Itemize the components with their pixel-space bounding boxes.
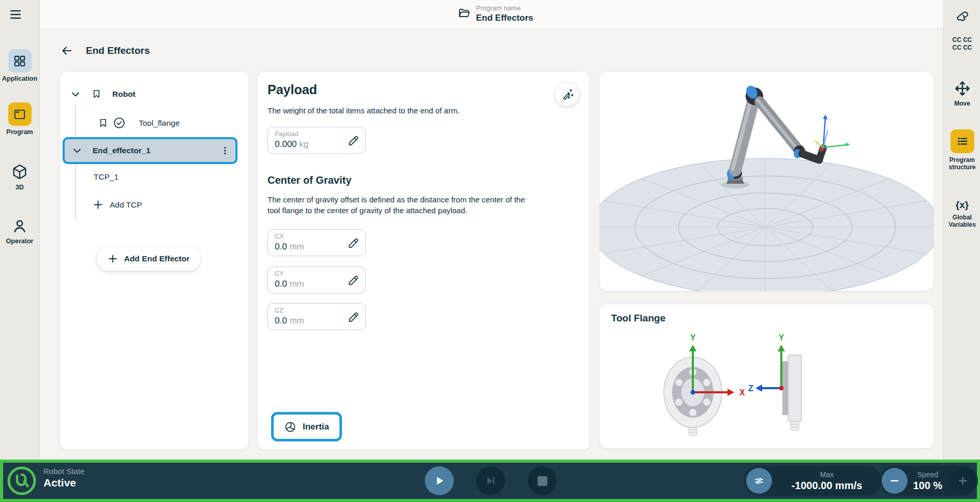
cog-cz-field[interactable]: CZ 0.0 mm <box>268 303 366 330</box>
axis-x-label: X <box>739 388 745 397</box>
cc-status-line2: CC CC <box>953 44 972 52</box>
sidebar-item-operator[interactable]: Operator <box>0 217 39 245</box>
program-name: End Effectors <box>476 13 533 23</box>
speed-increase-button[interactable] <box>950 468 976 494</box>
right-sidebar: CC CC CC CC Move Program structure {x} G… <box>943 0 980 502</box>
tree-node-tcp[interactable]: TCP_1 <box>94 172 118 182</box>
sidebar-item-label: Global Variables <box>947 214 978 228</box>
sidebar-item-program-structure[interactable]: Program structure <box>944 129 980 171</box>
speed-settings-button[interactable] <box>746 468 772 494</box>
program-structure-list-icon <box>951 129 974 153</box>
cog-description: The center of gravity offset is defined … <box>268 194 529 216</box>
cog-cx-field[interactable]: CX 0.0 mm <box>268 229 366 256</box>
kebab-menu-icon[interactable] <box>220 145 230 156</box>
robot-state-value: Active <box>43 477 84 489</box>
plus-icon <box>957 475 969 486</box>
axis-z-label: Z <box>748 384 753 393</box>
speed-pill: Speed 100 % <box>880 466 978 496</box>
variables-icon: {x} <box>956 199 969 211</box>
cog-cy-field[interactable]: CY 0.0 mm <box>268 267 366 293</box>
bottom-control-bar: Robot State Active Max -1000.00 mm/s <box>0 460 980 502</box>
stop-button[interactable] <box>528 466 557 495</box>
field-value: 0.0 <box>275 242 287 252</box>
sidebar-item-3d[interactable]: 3D <box>0 163 39 191</box>
field-unit: mm <box>289 279 304 289</box>
page-title: End Effectors <box>86 45 150 56</box>
field-label: CZ <box>275 307 284 314</box>
tree-node-end-effector-selected[interactable]: End_effector_1 <box>63 137 237 164</box>
add-end-effector-label: Add End Effector <box>124 254 190 263</box>
stop-icon <box>538 476 547 486</box>
edit-pencil-icon[interactable] <box>347 134 360 147</box>
speed-decrease-button[interactable] <box>882 468 908 494</box>
add-tcp-button[interactable]: Add TCP <box>93 199 142 210</box>
speed-display[interactable]: Speed 100 % <box>908 471 948 491</box>
tool-flange-side-diagram: Y Z <box>747 331 814 440</box>
ur-logo <box>6 465 37 496</box>
sidebar-item-application[interactable]: Application <box>0 49 39 82</box>
sidebar-item-program[interactable]: Program <box>0 102 39 136</box>
add-end-effector-button[interactable]: Add End Effector <box>97 247 200 271</box>
sidebar-item-move[interactable]: Move <box>944 80 980 107</box>
sidebar-item-label: Operator <box>6 238 34 245</box>
skip-next-button[interactable] <box>476 466 505 495</box>
edit-pencil-icon[interactable] <box>347 311 360 323</box>
back-arrow-icon <box>60 45 73 57</box>
chevron-down-icon[interactable] <box>72 145 82 156</box>
speed-label: Speed <box>908 471 948 478</box>
minus-icon <box>889 475 900 486</box>
menu-icon[interactable] <box>8 8 23 21</box>
sidebar-item-label: Move <box>954 100 970 107</box>
freedrive-hand-button[interactable] <box>944 8 980 25</box>
program-name-block[interactable]: Program name End Effectors <box>457 4 533 23</box>
max-speed-pill: Max -1000.00 mm/s <box>744 466 882 496</box>
tree-node-label: TCP_1 <box>94 172 118 182</box>
edit-pencil-icon[interactable] <box>347 274 360 287</box>
payload-description: The weight of the total items attached t… <box>268 106 459 115</box>
field-label: Payload <box>275 130 298 138</box>
plus-icon <box>108 254 118 264</box>
left-sidebar: Application Program 3D Operator <box>0 0 40 502</box>
folder-icon <box>457 7 471 20</box>
robot-3d-viewport[interactable] <box>600 72 933 291</box>
payload-panel: Payload The weight of the total items at… <box>258 72 589 450</box>
field-label: CY <box>275 270 284 277</box>
cc-status-line1: CC CC <box>953 36 972 44</box>
payload-field[interactable]: Payload 0.000 kg <box>268 127 366 154</box>
axis-y-label: Y <box>779 333 784 342</box>
robot-state-block[interactable]: Robot State Active <box>43 467 84 489</box>
cc-status: CC CC CC CC <box>944 36 980 52</box>
play-button[interactable] <box>425 466 454 495</box>
inertia-button[interactable]: Inertia <box>271 412 342 441</box>
back-button[interactable] <box>60 45 73 57</box>
tree-node-label: End_effector_1 <box>93 146 220 155</box>
payload-wizard-button[interactable] <box>555 82 579 106</box>
sidebar-item-global-variables[interactable]: {x} Global Variables <box>944 199 980 228</box>
chevron-down-icon[interactable] <box>70 89 81 99</box>
inertia-swirl-icon <box>284 421 296 433</box>
top-bar: Program name End Effectors <box>40 0 943 29</box>
field-unit: kg <box>299 139 308 149</box>
field-value: 0.0 <box>275 279 287 289</box>
bookmark-icon <box>98 117 108 128</box>
tree-node-robot[interactable]: Robot <box>70 88 136 99</box>
application-grid-icon <box>8 49 32 72</box>
move-arrows-icon <box>954 80 971 97</box>
field-value: 0.0 <box>275 316 287 326</box>
play-icon <box>433 475 446 487</box>
main-content: End Effectors Robot Tool_flange End_effe… <box>40 29 943 460</box>
sidebar-item-label: 3D <box>16 184 24 191</box>
sidebar-item-label: Program <box>6 128 33 136</box>
sidebar-item-label: Application <box>2 75 37 82</box>
field-value: 0.000 <box>275 139 297 149</box>
skip-next-icon <box>484 475 497 487</box>
hand-icon <box>954 8 971 25</box>
magic-wand-icon <box>561 88 574 101</box>
max-speed-display[interactable]: Max -1000.00 mm/s <box>772 471 882 491</box>
field-unit: mm <box>289 242 304 252</box>
program-name-label: Program name <box>476 4 533 12</box>
max-label: Max <box>772 471 882 478</box>
edit-pencil-icon[interactable] <box>347 237 360 249</box>
tree-node-tool-flange[interactable]: Tool_flange <box>98 116 180 129</box>
tool-flange-title: Tool Flange <box>611 313 665 324</box>
